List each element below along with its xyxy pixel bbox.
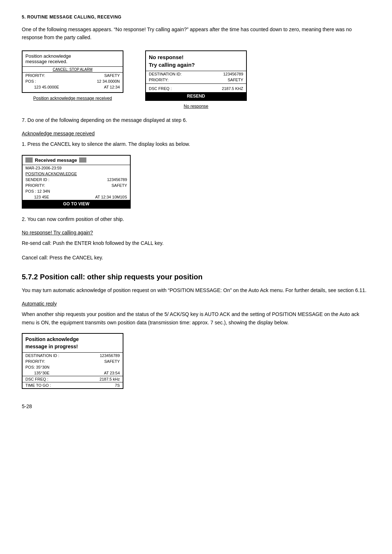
step7-text: 7. Do one of the following depending on … bbox=[22, 116, 370, 124]
pos-ack-priority: PRIORITY: SAFETY bbox=[23, 358, 123, 364]
header-bar-right bbox=[79, 157, 86, 163]
screen1-header-line1: Position acknowledge bbox=[25, 53, 71, 59]
pos-ack-header-line2: message in progress! bbox=[25, 344, 78, 349]
pos-ack-dsc-value: 2187.5 kHz bbox=[99, 377, 120, 381]
pos-ack-dest: DESTINATION ID : 123456789 bbox=[23, 353, 123, 358]
received-header-text: Received message bbox=[35, 157, 77, 163]
received-priority-value: SAFETY bbox=[111, 183, 127, 188]
screen1-header-line2: messsage received. bbox=[25, 59, 68, 64]
pos-ack-togo: TIME TO GO : 7S bbox=[23, 382, 123, 388]
screen2-container: No response! Try calling again? DESTINAT… bbox=[145, 50, 247, 109]
pos-ack-header: Position acknowledge message in progress… bbox=[23, 334, 123, 353]
screen1-header: Position acknowledge messsage received. bbox=[23, 51, 123, 67]
screen2-caption: No response bbox=[145, 104, 247, 109]
page-number: 5-28 bbox=[22, 403, 370, 409]
screen2-priority-label: PRIORITY: bbox=[149, 78, 168, 82]
screens-row: Position acknowledge messsage received. … bbox=[22, 50, 370, 109]
screen1-pos-sub: 123 45.0000E AT 12:34 bbox=[23, 84, 123, 90]
received-pos: POS : 12 34N bbox=[23, 188, 130, 194]
subsection2-title: No response! Try calling again? bbox=[22, 230, 370, 235]
section-572-heading: 5.7.2 Position call: other ship requests… bbox=[22, 273, 370, 281]
screen2-dest-label: DESTINATION ID: bbox=[149, 72, 181, 76]
auto-reply-title: Automatic reply bbox=[22, 301, 370, 307]
received-pos-sub: 123 45E AT 12:34 10M10S bbox=[23, 194, 130, 200]
screen2-header: No response! Try calling again? bbox=[146, 51, 246, 71]
pos-ack-box: Position acknowledge message in progress… bbox=[22, 333, 123, 389]
section-header: 5. ROUTINE MESSAGE CALLING, RECEVING bbox=[22, 15, 370, 20]
step2-text: 2. You can now confirm position of other… bbox=[22, 215, 370, 223]
pos-ack-dest-label: DESTINATION ID : bbox=[25, 353, 59, 358]
pos-ack-pos: POS: 35°30N bbox=[23, 364, 123, 370]
screen2-dest-value: 123456789 bbox=[223, 72, 243, 76]
subsection1-title: Acknowledge message received bbox=[22, 131, 370, 136]
screen1-caption: Position acknowledge message received bbox=[22, 96, 123, 101]
screen2-priority-value: SAFETY bbox=[228, 78, 243, 82]
screen2-dsc: DSC FREQ : 2187.5 KHZ bbox=[146, 86, 246, 91]
screen2-header-line1: No response! bbox=[149, 54, 184, 60]
sender-value: 123456789 bbox=[107, 177, 127, 182]
screen2-box: No response! Try calling again? DESTINAT… bbox=[145, 50, 247, 101]
received-pos-ack: POSITION ACKNOWLEDGE bbox=[23, 171, 130, 177]
screen1-cancel: CANCEL: STOP ALARM bbox=[23, 67, 123, 73]
received-screen-container: Received message MAR-23-2006-23:59 POSIT… bbox=[22, 155, 370, 209]
pos-ack-pos-time: AT 23:54 bbox=[104, 371, 120, 375]
pos-ack-togo-label: TIME TO GO : bbox=[25, 383, 51, 387]
header-bar-left bbox=[25, 157, 33, 163]
section-572-body: You may turn automatic acknowledge of po… bbox=[22, 286, 370, 295]
screen1-container: Position acknowledge messsage received. … bbox=[22, 50, 123, 101]
pos-ack-dsc-label: DSC FREQ : bbox=[25, 377, 48, 381]
received-pos-sub2: AT 12:34 10M10S bbox=[95, 195, 127, 199]
resend-text2: Cancel call: Press the CANCEL key. bbox=[22, 254, 370, 262]
received-priority: PRIORITY: SAFETY bbox=[23, 182, 130, 188]
screen1-pos: POS : 12 34.0000N bbox=[23, 78, 123, 84]
auto-reply-text: When another ship requests your position… bbox=[22, 310, 370, 328]
step1-text: 1. Press the CANCEL key to silence the a… bbox=[22, 140, 370, 148]
received-screen-box: Received message MAR-23-2006-23:59 POSIT… bbox=[22, 155, 131, 209]
pos-ack-dsc: DSC FREQ : 2187.5 kHz bbox=[23, 376, 123, 382]
section-572: 5.7.2 Position call: other ship requests… bbox=[22, 273, 370, 389]
pos-ack-pos-sub: 135°30E bbox=[34, 371, 49, 375]
pos-ack-togo-value: 7S bbox=[115, 383, 120, 387]
screen2-dsc-label: DSC FREQ : bbox=[149, 86, 172, 91]
screen1-pos-value: 12 34.0000N bbox=[97, 79, 120, 83]
resend-text1: Re-send call: Push the ENTER knob follow… bbox=[22, 239, 370, 247]
sender-label: SENDER ID : bbox=[25, 177, 49, 182]
pos-ack-priority-value: SAFETY bbox=[104, 359, 120, 364]
received-pos-sub1: 123 45E bbox=[34, 195, 49, 199]
screen1-priority-value: SAFETY bbox=[104, 73, 120, 78]
screen1-priority: PRIORITY: SAFETY bbox=[23, 73, 123, 78]
screen1-pos-label: POS : bbox=[25, 79, 36, 83]
go-to-view-button[interactable]: GO TO VIEW bbox=[23, 200, 130, 208]
pos-ack-pos-label: POS: 35°30N bbox=[25, 365, 49, 369]
screen1-box: Position acknowledge messsage received. … bbox=[22, 50, 123, 93]
screen1-pos-time: AT 12:34 bbox=[104, 85, 120, 89]
screen1-pos-sub-val: 123 45.0000E bbox=[34, 85, 59, 89]
screen2-header-line2: Try calling again? bbox=[149, 62, 195, 68]
received-priority-label: PRIORITY: bbox=[25, 183, 45, 188]
screen2-priority: PRIORITY: SAFETY bbox=[146, 77, 246, 83]
received-header: Received message bbox=[23, 156, 130, 165]
received-sender: SENDER ID : 123456789 bbox=[23, 177, 130, 182]
pos-ack-dest-value: 123456789 bbox=[100, 353, 120, 358]
screen1-priority-label: PRIORITY: bbox=[25, 73, 45, 78]
screen2-dsc-value: 2187.5 KHZ bbox=[222, 86, 243, 91]
screen2-dest: DESTINATION ID: 123456789 bbox=[146, 71, 246, 77]
resend-button[interactable]: RESEND bbox=[146, 92, 246, 100]
pos-ack-pos-sub: 135°30E AT 23:54 bbox=[23, 370, 123, 376]
intro-text: One of the following messages appears. “… bbox=[22, 25, 370, 42]
pos-ack-header-line1: Position acknowledge bbox=[25, 336, 79, 342]
pos-ack-priority-label: PRIORITY: bbox=[25, 359, 45, 364]
received-date: MAR-23-2006-23:59 bbox=[23, 165, 130, 171]
